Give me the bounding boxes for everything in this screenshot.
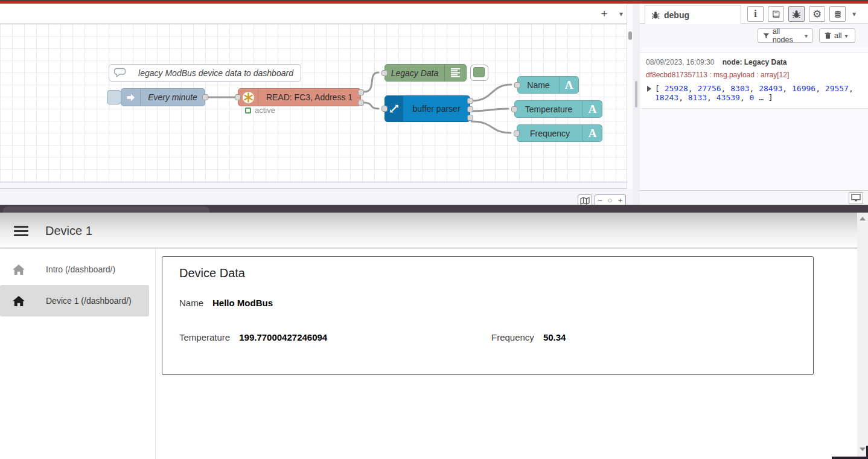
context-tab-button[interactable] <box>829 6 846 22</box>
database-icon <box>834 10 842 19</box>
clear-label: all <box>834 31 842 40</box>
node-ui-text-temperature[interactable]: Temperature A <box>514 100 602 118</box>
bug-icon <box>792 10 801 19</box>
window-border <box>832 457 868 459</box>
info-icon: i <box>754 8 756 19</box>
dashboard-sidebar: Intro (/dashboard/) Device 1 (/dashboard… <box>0 249 156 459</box>
debug-tab-button[interactable] <box>788 6 805 22</box>
debug-msg-timestamp: 08/09/2023, 16:09:30 <box>646 58 714 66</box>
ui-text-label: Temperature <box>515 104 582 114</box>
debug-footer <box>640 190 868 205</box>
comment-bubble-icon <box>109 65 131 81</box>
ui-text-label: Frequency <box>517 129 582 138</box>
debug-list-icon <box>444 65 466 81</box>
node-port[interactable] <box>514 130 520 136</box>
dashboard-window: Device 1 Intro (/dashboard/) Device 1 (/… <box>0 205 868 459</box>
home-icon <box>12 264 25 275</box>
menu-hamburger-icon[interactable] <box>14 226 28 236</box>
node-port[interactable] <box>467 115 473 121</box>
inject-arrow-icon <box>121 89 141 106</box>
sidebar-item-device-1[interactable]: Device 1 (/dashboard/) <box>0 285 149 316</box>
node-debug-legacy-data[interactable]: Legacy Data <box>385 64 467 82</box>
debug-msg-path: df8ecbd817357113 : msg.payload : array[1… <box>646 71 862 79</box>
scroll-down-icon[interactable] <box>860 448 866 451</box>
filter-funnel-icon <box>763 33 770 39</box>
add-flow-button[interactable]: + <box>596 6 612 22</box>
node-buffer-parser[interactable]: buffer parser <box>385 95 470 122</box>
resize-arrows-icon <box>385 96 403 121</box>
node-port[interactable] <box>381 106 388 112</box>
dashboard-page-title: Device 1 <box>45 224 92 238</box>
debug-sidebar: debug i ⚙ <box>640 4 868 205</box>
node-ui-text-frequency[interactable]: Frequency A <box>517 124 602 142</box>
scroll-up-icon[interactable] <box>860 217 866 220</box>
modbus-read-label: READ: FC3, Address 1 <box>258 92 360 102</box>
sidebar-menu-caret-icon[interactable]: ▾ <box>852 10 856 18</box>
field-label: Temperature <box>179 332 230 342</box>
field-value: 199.77000427246094 <box>239 332 327 342</box>
open-debug-window-button[interactable] <box>849 192 863 204</box>
modbus-asterisk-icon <box>238 89 258 106</box>
node-port[interactable] <box>467 106 473 112</box>
node-port[interactable] <box>514 82 520 88</box>
debug-clear-button[interactable]: all ▾ <box>819 28 855 43</box>
text-A-icon: A <box>582 125 602 141</box>
sidebar-splitter[interactable] <box>633 4 640 205</box>
text-A-icon: A <box>559 77 578 93</box>
debug-enable-toggle[interactable] <box>470 65 488 81</box>
node-port[interactable] <box>511 106 517 112</box>
filter-label: all nodes <box>773 27 802 44</box>
field-value: 50.34 <box>543 332 566 342</box>
node-status-dot <box>245 108 251 114</box>
debug-message[interactable]: 08/09/2023, 16:09:30 node: Legacy Data d… <box>640 53 868 109</box>
node-port[interactable] <box>358 89 364 95</box>
buffer-parser-label: buffer parser <box>403 104 470 114</box>
tab-debug[interactable]: debug <box>645 5 741 24</box>
workspace-hscrollbar[interactable] <box>0 182 627 189</box>
comment-label: legacy ModBus device data to dashboard <box>131 68 301 78</box>
node-port[interactable] <box>202 94 208 100</box>
debug-toolbar: all nodes ▾ all ▾ <box>640 24 868 47</box>
debug-payload-numbers: [ 25928, 27756, 8303, 28493, 16996, 2955… <box>655 84 860 102</box>
node-ui-text-name[interactable]: Name A <box>517 76 579 94</box>
node-modbus-read[interactable]: READ: FC3, Address 1 <box>238 88 361 106</box>
flow-tab-bar: + ▾ <box>0 4 627 24</box>
monitor-icon <box>851 194 861 202</box>
sidebar-item-label: Device 1 (/dashboard/) <box>46 296 132 306</box>
flow-editor: + ▾ legacy ModBus device data to dashboa… <box>0 4 640 205</box>
dashboard-window-chrome <box>0 205 868 213</box>
field-label: Frequency <box>491 332 534 342</box>
workspace-vscrollbar[interactable] <box>627 4 633 189</box>
ui-text-label: Name <box>518 80 559 90</box>
node-port[interactable] <box>381 70 388 76</box>
debug-toggle-inner <box>473 67 485 77</box>
expand-caret-icon[interactable] <box>647 86 651 92</box>
field-label: Name <box>179 298 203 308</box>
caret-down-icon: ▾ <box>845 33 848 39</box>
inject-trigger-button[interactable] <box>107 90 121 104</box>
caret-down-icon: ▾ <box>805 33 808 39</box>
bug-icon <box>651 11 660 19</box>
dashboard-scrollbar[interactable] <box>857 213 868 457</box>
node-port[interactable] <box>467 98 473 104</box>
node-port[interactable] <box>235 94 241 100</box>
debug-message-list: 08/09/2023, 16:09:30 node: Legacy Data d… <box>640 47 868 190</box>
debug-tab-bar: debug i ⚙ <box>640 4 868 24</box>
debug-tab-label: debug <box>664 10 689 20</box>
sidebar-item-intro[interactable]: Intro (/dashboard/) <box>0 255 149 283</box>
node-inject[interactable]: Every minute <box>121 88 205 106</box>
debug-node-label: Legacy Data <box>385 68 444 78</box>
help-tab-button[interactable] <box>768 6 784 22</box>
node-comment[interactable]: legacy ModBus device data to dashboard <box>109 64 301 82</box>
config-tab-button[interactable]: ⚙ <box>809 6 825 22</box>
book-icon <box>771 10 780 19</box>
editor-footer: − ○ + <box>0 189 633 205</box>
info-tab-button[interactable]: i <box>747 6 764 22</box>
trash-icon <box>825 32 831 39</box>
node-port[interactable] <box>358 100 364 106</box>
inject-label: Every minute <box>141 92 205 102</box>
debug-filter-button[interactable]: all nodes ▾ <box>758 28 813 43</box>
card-title: Device Data <box>179 266 245 280</box>
text-A-icon: A <box>582 101 602 117</box>
field-value: Hello ModBus <box>212 298 273 308</box>
